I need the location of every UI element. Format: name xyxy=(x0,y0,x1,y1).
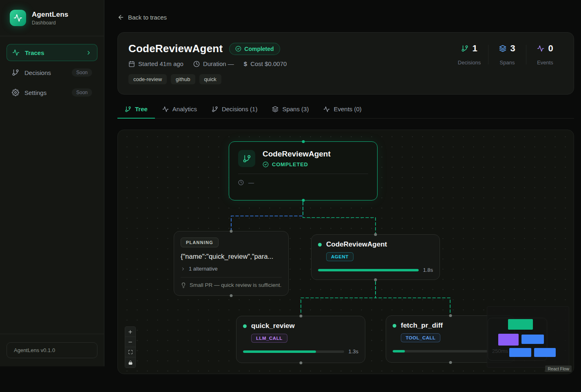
edge-agent-to-tool xyxy=(376,282,450,314)
handle-bottom xyxy=(374,278,377,281)
lock-icon xyxy=(128,360,133,365)
flow-minimap[interactable] xyxy=(487,306,569,368)
activity-icon xyxy=(13,13,22,22)
minimap-node-agent xyxy=(521,335,544,344)
decision-type-badge: PLANNING xyxy=(181,238,219,247)
tab-label: Tree xyxy=(135,106,148,112)
node-span-quick-review[interactable]: quick_review LLM_CALL 1.3s xyxy=(236,316,365,363)
node-status: COMPLETED xyxy=(272,161,308,167)
zoom-in-button[interactable] xyxy=(125,327,135,337)
sidebar-item-settings[interactable]: Settings Soon xyxy=(7,84,97,101)
handle-top xyxy=(302,140,305,143)
node-span-agent[interactable]: CodeReviewAgent AGENT 1.8s xyxy=(311,234,440,280)
nav-label: Decisions xyxy=(24,69,51,76)
tag-chip: quick xyxy=(199,74,221,84)
stat-label: Spans xyxy=(488,59,526,66)
edge-agent-to-llm xyxy=(301,282,376,315)
handle-bottom xyxy=(299,361,302,364)
node-title: CodeReviewAgent xyxy=(263,150,331,159)
lock-button[interactable] xyxy=(125,357,135,368)
git-branch-icon xyxy=(212,106,218,112)
activity-icon xyxy=(12,49,20,56)
stat-value: 1 xyxy=(472,43,477,54)
tag-chip: code-review xyxy=(128,74,167,84)
duration-bar-track xyxy=(393,350,488,352)
minimap-node-fetch-pr-diff xyxy=(534,348,556,357)
node-planning-decision[interactable]: PLANNING {"name":"quick_review","para...… xyxy=(174,231,289,296)
handle-bottom xyxy=(302,199,305,202)
check-circle-icon xyxy=(235,46,241,52)
fit-view-button[interactable] xyxy=(125,347,135,357)
zoom-out-button[interactable] xyxy=(125,337,135,347)
main-content: Back to traces CodeReviewAgent Completed… xyxy=(104,0,581,392)
node-duration: — xyxy=(248,179,254,186)
stat-spans: 3 Spans xyxy=(488,43,526,66)
clock-icon xyxy=(193,61,200,67)
app-root: AgentLens Dashboard Traces Decisions Soo… xyxy=(0,0,581,392)
duration-bar-track xyxy=(318,269,419,271)
arrow-left-icon xyxy=(117,14,124,21)
flow-canvas[interactable]: CodeReviewAgent COMPLETED — xyxy=(117,130,574,374)
git-branch-icon xyxy=(12,69,19,76)
duration-bar-fill xyxy=(393,350,405,352)
cost-text: Cost $0.0070 xyxy=(250,60,287,67)
span-duration: 1.3s xyxy=(348,348,358,355)
started-text: Started 41m ago xyxy=(138,60,183,67)
status-badge: Completed xyxy=(229,43,280,55)
alternatives-expander[interactable]: 1 alternative xyxy=(181,266,218,272)
nav-label: Settings xyxy=(24,89,46,96)
edge-root-to-agent xyxy=(303,202,376,233)
sidebar: AgentLens Dashboard Traces Decisions Soo… xyxy=(0,0,104,366)
stat-value: 3 xyxy=(510,43,515,54)
status-dot xyxy=(393,324,396,328)
edge-root-to-decision xyxy=(231,202,303,230)
version-label: AgentLens v0.1.0 xyxy=(7,342,97,358)
tab-spans[interactable]: Spans (3) xyxy=(265,106,316,119)
alternatives-label: 1 alternative xyxy=(189,266,218,272)
activity-icon xyxy=(537,45,544,52)
app-name: AgentLens xyxy=(32,11,68,19)
trace-header-card: CodeReviewAgent Completed Started 41m ag… xyxy=(117,32,574,95)
activity-icon xyxy=(323,106,330,112)
duration-text: Duration — xyxy=(203,60,234,67)
span-duration: 1.8s xyxy=(423,267,433,273)
lightbulb-icon xyxy=(181,282,186,288)
sidebar-header: AgentLens Dashboard xyxy=(0,0,104,36)
tab-bar: Tree Analytics Decisions (1) Spans (3) E… xyxy=(117,106,574,119)
duration-bar-track xyxy=(243,350,344,353)
node-title: CodeReviewAgent xyxy=(326,240,387,249)
soon-badge: Soon xyxy=(72,68,92,77)
stats-row: 1 Decisions 3 Spans 0 xyxy=(451,43,564,66)
sidebar-item-decisions[interactable]: Decisions Soon xyxy=(7,64,97,81)
git-branch-icon xyxy=(461,45,468,52)
tab-decisions[interactable]: Decisions (1) xyxy=(204,106,265,119)
sidebar-footer: AgentLens v0.1.0 xyxy=(0,334,104,366)
layers-icon xyxy=(499,45,506,52)
node-root-agent[interactable]: CodeReviewAgent COMPLETED — xyxy=(229,141,378,200)
tab-tree[interactable]: Tree xyxy=(117,106,155,119)
back-to-traces-link[interactable]: Back to traces xyxy=(117,14,167,21)
gear-icon xyxy=(12,89,19,96)
decision-value: {"name":"quick_review","para... xyxy=(181,253,282,260)
react-flow-attribution[interactable]: React Flow xyxy=(545,366,572,372)
decision-reason: Small PR — quick review is sufficient. xyxy=(190,282,282,288)
duration-bar-fill xyxy=(243,350,316,353)
git-branch-icon xyxy=(243,154,251,163)
trace-title: CodeReviewAgent xyxy=(128,42,223,55)
span-type-badge: LLM_CALL xyxy=(251,334,287,343)
sidebar-item-traces[interactable]: Traces xyxy=(7,44,97,61)
meta-duration: Duration — xyxy=(193,60,234,67)
tab-analytics[interactable]: Analytics xyxy=(155,106,204,119)
duration-bar-fill xyxy=(318,269,419,271)
node-title: fetch_pr_diff xyxy=(401,322,443,330)
flow-controls xyxy=(125,326,136,368)
meta-cost: $ Cost $0.0070 xyxy=(244,60,287,67)
chevron-right-icon xyxy=(181,266,186,271)
chevron-right-icon xyxy=(86,50,92,56)
tag-chip: github xyxy=(171,74,195,84)
status-label: Completed xyxy=(244,46,274,52)
meta-started: Started 41m ago xyxy=(128,60,183,67)
tab-label: Analytics xyxy=(172,106,197,112)
tab-events[interactable]: Events (0) xyxy=(316,106,369,119)
span-type-badge: AGENT xyxy=(326,252,353,261)
